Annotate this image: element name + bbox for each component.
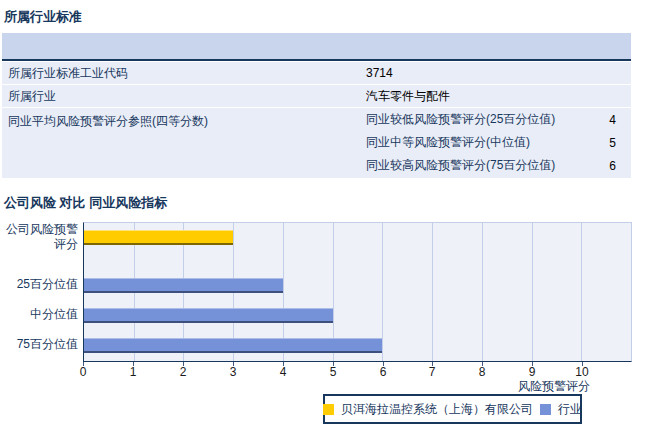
bar-industry-75th bbox=[84, 338, 382, 353]
axis-tick-label: 3 bbox=[223, 365, 243, 379]
plot-area bbox=[83, 222, 632, 362]
axis-tick-label: 4 bbox=[273, 365, 293, 379]
axis-tick-label: 10 bbox=[572, 365, 592, 379]
axis-tick-label: 2 bbox=[173, 365, 193, 379]
risk-comparison-section-title: 公司风险 对比 同业风险指标 bbox=[4, 194, 167, 212]
subrow-low-percentile: 同业较低风险预警评分(25百分位值) 4 bbox=[366, 108, 631, 131]
gridline bbox=[432, 223, 433, 361]
subrow-label: 同业较低风险预警评分(25百分位值) bbox=[366, 111, 591, 128]
row-label-industry: 所属行业 bbox=[2, 88, 366, 105]
subrow-label: 同业中等风险预警评分(中位值) bbox=[366, 134, 591, 151]
risk-report-page: 所属行业标准 所属行业标准工业代码 3714 所属行业 汽车零件与配件 同业平均… bbox=[0, 0, 646, 432]
axis-tick-label: 5 bbox=[323, 365, 343, 379]
axis-tick-label: 1 bbox=[123, 365, 143, 379]
category-label-median: 中分位值 bbox=[0, 307, 78, 322]
bar-industry-25th bbox=[84, 278, 283, 293]
row-value-sic-code: 3714 bbox=[366, 66, 631, 80]
axis-tick-label: 8 bbox=[472, 365, 492, 379]
bar-industry-median bbox=[84, 308, 333, 323]
gridline bbox=[532, 223, 533, 361]
axis-tick-label: 7 bbox=[422, 365, 442, 379]
industry-legend-label: 行业 bbox=[558, 401, 582, 418]
axis-tick-label: 0 bbox=[73, 365, 93, 379]
axis-tick-label: 6 bbox=[373, 365, 393, 379]
industry-standard-table: 所属行业标准工业代码 3714 所属行业 汽车零件与配件 同业平均风险预警评分参… bbox=[2, 33, 631, 178]
subrow-value: 6 bbox=[591, 159, 631, 173]
bar-company-score bbox=[84, 230, 233, 245]
table-header-divider bbox=[2, 59, 631, 61]
table-row: 同业平均风险预警评分参照(四等分数) 同业较低风险预警评分(25百分位值) 4 … bbox=[2, 108, 631, 178]
row-label-peer-average: 同业平均风险预警评分参照(四等分数) bbox=[2, 108, 366, 130]
industry-standard-section-title: 所属行业标准 bbox=[4, 8, 82, 26]
gridline bbox=[382, 223, 383, 361]
row-label-sic-code: 所属行业标准工业代码 bbox=[2, 65, 366, 82]
category-label-company-score: 公司风险预警 评分 bbox=[0, 222, 78, 252]
table-header-band bbox=[2, 33, 631, 59]
company-legend-label: 贝洱海拉温控系统（上海）有限公司 bbox=[341, 401, 533, 418]
category-label-25th-percentile: 25百分位值 bbox=[0, 277, 78, 292]
subrow-label: 同业较高风险预警评分(75百分位值) bbox=[366, 157, 591, 174]
subrow-high-percentile: 同业较高风险预警评分(75百分位值) 6 bbox=[366, 154, 631, 177]
industry-legend-swatch-icon bbox=[540, 404, 551, 415]
axis-tick-label: 9 bbox=[522, 365, 542, 379]
chart-legend: 贝洱海拉温控系统（上海）有限公司 行业 bbox=[323, 394, 582, 424]
gridline bbox=[581, 223, 582, 361]
subrow-value: 5 bbox=[591, 136, 631, 150]
table-row: 所属行业 汽车零件与配件 bbox=[2, 85, 631, 107]
gridline bbox=[482, 223, 483, 361]
peer-score-subtable: 同业较低风险预警评分(25百分位值) 4 同业中等风险预警评分(中位值) 5 同… bbox=[366, 108, 631, 177]
table-row: 所属行业标准工业代码 3714 bbox=[2, 62, 631, 84]
subrow-value: 4 bbox=[591, 113, 631, 127]
category-label-75th-percentile: 75百分位值 bbox=[0, 337, 78, 352]
company-legend-swatch-icon bbox=[323, 404, 334, 415]
x-axis-title: 风险预警评分 bbox=[460, 378, 590, 395]
subrow-median: 同业中等风险预警评分(中位值) 5 bbox=[366, 131, 631, 154]
row-value-industry: 汽车零件与配件 bbox=[366, 88, 631, 105]
